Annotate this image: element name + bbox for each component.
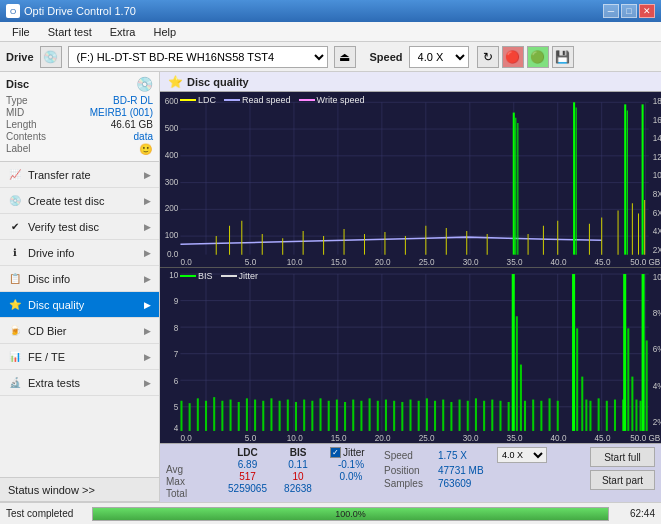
svg-rect-126 xyxy=(246,398,248,431)
sidebar-item-disc-quality[interactable]: ⭐ Disc quality ▶ xyxy=(0,292,159,318)
disc-title: Disc xyxy=(6,78,29,90)
disc-quality-arrow: ▶ xyxy=(144,300,151,310)
start-part-button[interactable]: Start part xyxy=(590,470,655,490)
fe-te-arrow: ▶ xyxy=(144,352,151,362)
drive-label: Drive xyxy=(6,51,34,63)
sidebar-item-extra-tests[interactable]: 🔬 Extra tests ▶ xyxy=(0,370,159,396)
drive-icon-btn[interactable]: 💿 xyxy=(40,46,62,68)
status-window: Status window >> xyxy=(0,477,159,502)
transfer-rate-icon: 📈 xyxy=(8,168,22,182)
menu-file[interactable]: File xyxy=(4,24,38,40)
jitter-checkbox[interactable]: ✓ xyxy=(330,447,341,458)
svg-text:40.0: 40.0 xyxy=(551,432,567,443)
svg-rect-180 xyxy=(640,401,642,431)
svg-rect-118 xyxy=(180,401,182,431)
disc-info-arrow: ▶ xyxy=(144,274,151,284)
svg-text:18X: 18X xyxy=(653,97,661,106)
svg-rect-176 xyxy=(623,274,626,431)
drive-select[interactable]: (F:) HL-DT-ST BD-RE WH16NS58 TST4 xyxy=(68,46,328,68)
color1-button[interactable]: 🔴 xyxy=(502,46,524,68)
maximize-button[interactable]: □ xyxy=(621,4,637,18)
nav-items: 📈 Transfer rate ▶ 💿 Create test disc ▶ ✔… xyxy=(0,162,159,396)
svg-text:35.0: 35.0 xyxy=(507,432,523,443)
legend-readspeed: Read speed xyxy=(224,95,291,105)
sidebar-item-disc-info[interactable]: 📋 Disc info ▶ xyxy=(0,266,159,292)
svg-rect-119 xyxy=(189,403,191,431)
svg-rect-181 xyxy=(642,274,645,431)
svg-rect-137 xyxy=(336,400,338,431)
svg-text:40.0: 40.0 xyxy=(551,258,567,267)
svg-rect-0 xyxy=(160,92,661,267)
sidebar-item-drive-info[interactable]: ℹ Drive info ▶ xyxy=(0,240,159,266)
svg-rect-169 xyxy=(581,377,583,431)
sidebar-item-cd-bier[interactable]: 🍺 CD Bier ▶ xyxy=(0,318,159,344)
disc-header: Disc 💿 xyxy=(6,76,153,92)
svg-text:2X: 2X xyxy=(653,246,661,255)
svg-rect-157 xyxy=(499,401,501,431)
status-window-button[interactable]: Status window >> xyxy=(0,478,159,502)
svg-rect-134 xyxy=(311,401,313,431)
svg-text:45.0: 45.0 xyxy=(595,432,611,443)
disc-val-contents: data xyxy=(61,131,153,142)
sidebar-item-fe-te[interactable]: 📊 FE / TE ▶ xyxy=(0,344,159,370)
extra-tests-icon: 🔬 xyxy=(8,376,22,390)
svg-text:14X: 14X xyxy=(653,134,661,143)
svg-text:15.0: 15.0 xyxy=(331,432,347,443)
disc-key-label: Label xyxy=(6,143,61,156)
legend-ldc-label: LDC xyxy=(198,95,216,105)
svg-text:10: 10 xyxy=(169,269,178,280)
status-text: Test completed xyxy=(6,508,86,519)
svg-rect-145 xyxy=(401,402,403,431)
close-button[interactable]: ✕ xyxy=(639,4,655,18)
bis-header: BIS xyxy=(278,447,318,458)
svg-rect-155 xyxy=(483,401,485,431)
speed-label: Speed xyxy=(370,51,403,63)
svg-text:12X: 12X xyxy=(653,153,661,162)
svg-rect-148 xyxy=(426,398,428,431)
svg-rect-152 xyxy=(459,400,461,431)
svg-rect-133 xyxy=(303,400,305,431)
legend-jitter-color xyxy=(221,275,237,277)
jitter-max: 0.0% xyxy=(326,471,376,482)
svg-rect-178 xyxy=(631,377,633,431)
svg-text:200: 200 xyxy=(165,204,179,213)
speed-dropdown[interactable]: 4.0 X 1.0 X 2.0 X xyxy=(497,447,547,463)
svg-rect-174 xyxy=(614,400,616,431)
speed-select[interactable]: 4.0 X 1.0 X 2.0 X 8.0 X xyxy=(409,46,469,68)
svg-text:5.0: 5.0 xyxy=(245,258,257,267)
jitter-checkbox-row: ✓ Jitter xyxy=(330,447,376,458)
refresh-button[interactable]: ↻ xyxy=(477,46,499,68)
eject-button[interactable]: ⏏ xyxy=(334,46,356,68)
save-button[interactable]: 💾 xyxy=(552,46,574,68)
menu-help[interactable]: Help xyxy=(145,24,184,40)
disc-panel-icon: 💿 xyxy=(136,76,153,92)
sidebar-item-verify-test-disc[interactable]: ✔ Verify test disc ▶ xyxy=(0,214,159,240)
sidebar-item-transfer-rate[interactable]: 📈 Transfer rate ▶ xyxy=(0,162,159,188)
stats-bis-col: BIS 0.11 10 82638 xyxy=(278,447,318,499)
svg-rect-135 xyxy=(320,398,322,431)
color2-button[interactable]: 🟢 xyxy=(527,46,549,68)
svg-rect-164 xyxy=(540,401,542,431)
svg-rect-132 xyxy=(295,402,297,431)
svg-text:300: 300 xyxy=(165,178,179,187)
start-buttons: Start full Start part xyxy=(590,447,655,499)
legend-writespeed-color xyxy=(299,99,315,101)
minimize-button[interactable]: ─ xyxy=(603,4,619,18)
fe-te-label: FE / TE xyxy=(28,351,65,363)
menu-starttest[interactable]: Start test xyxy=(40,24,100,40)
svg-rect-144 xyxy=(393,401,395,431)
verify-test-disc-label: Verify test disc xyxy=(28,221,99,233)
svg-rect-170 xyxy=(585,400,587,431)
svg-text:45.0: 45.0 xyxy=(595,258,611,267)
samples-key: Samples xyxy=(384,478,434,489)
menu-extra[interactable]: Extra xyxy=(102,24,144,40)
sidebar-item-create-test-disc[interactable]: 💿 Create test disc ▶ xyxy=(0,188,159,214)
legend-bis: BIS xyxy=(180,271,213,281)
svg-text:15.0: 15.0 xyxy=(331,258,347,267)
svg-rect-154 xyxy=(475,398,477,431)
samples-row: Samples 763609 xyxy=(384,478,547,489)
svg-rect-141 xyxy=(369,398,371,431)
svg-text:7: 7 xyxy=(174,349,179,360)
start-full-button[interactable]: Start full xyxy=(590,447,655,467)
svg-text:6X: 6X xyxy=(653,209,661,218)
